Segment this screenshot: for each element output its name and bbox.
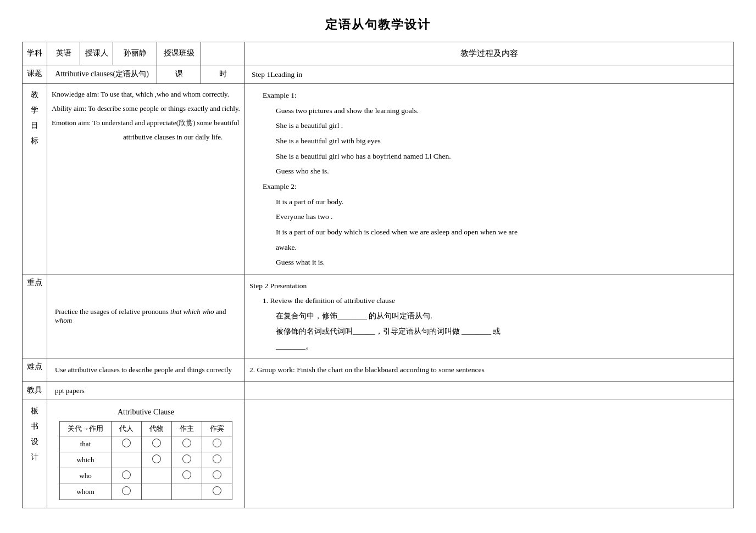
guess-pictures: Guess two pictures and show the learning… — [249, 104, 729, 118]
circle-icon — [213, 486, 221, 495]
review: 1. Review the definition of attributive … — [249, 294, 729, 308]
page-title: 定语从句教学设计 — [22, 16, 734, 33]
it2: It is a part of our body which is closed… — [249, 225, 729, 239]
circle-icon — [122, 486, 131, 495]
aims-content: Knowledge aim: To use that, which ,who a… — [47, 84, 245, 274]
col-zuobin: 作宾 — [202, 421, 232, 436]
topic-value: Attributive clauses(定语从句) — [47, 65, 157, 84]
emotion-aim1: Emotion aim: To understand and appreciat… — [52, 116, 240, 130]
subject-label: 学科 — [23, 42, 47, 65]
board-title: Attributive Clause — [58, 408, 234, 417]
emotion-aim2: attributive clauses in our daily life. — [52, 130, 240, 144]
key-point-right: Step 2 Presentation 1. Review the defini… — [245, 274, 734, 358]
circle-icon — [122, 470, 131, 479]
circle-icon — [152, 439, 161, 447]
whom-dairen — [112, 484, 142, 500]
awake: awake. — [249, 240, 729, 255]
example1: Example 1: — [249, 88, 729, 103]
col-daiwu: 代物 — [142, 421, 172, 436]
class-label: 授课班级 — [157, 42, 201, 65]
teacher-value: 孙丽静 — [113, 42, 157, 65]
word-who: who — [60, 468, 112, 484]
who-dairen — [112, 468, 142, 484]
circle-icon — [182, 455, 191, 463]
which-zuozhu — [172, 452, 202, 468]
circle-icon — [152, 455, 161, 463]
she1: She is a beautiful girl . — [249, 119, 729, 133]
topic-row: 课题 Attributive clauses(定语从句) 课 时 Step 1L… — [23, 65, 734, 84]
teacher-label: 授课人 — [80, 42, 113, 65]
board-content: Attributive Clause 关代→作用 代人 代物 作主 作宾 tha… — [47, 400, 245, 508]
that-daiwu — [142, 436, 172, 452]
lesson-label: 课 — [157, 65, 201, 84]
key-point-content: Practice the usages of relative pronouns… — [47, 274, 245, 358]
equipment-row: 教具 ppt papers — [23, 381, 734, 400]
aims-label: 教 学 目 标 — [23, 84, 47, 274]
board-right — [245, 400, 734, 508]
key-point-label: 重点 — [23, 274, 47, 358]
example2: Example 2: — [249, 179, 729, 194]
row-which: which — [60, 452, 232, 468]
chinese1: 在复合句中，修饰________ 的从句叫定语从句. — [249, 309, 729, 323]
ability-aim: Ability aim: To describe some people or … — [52, 102, 240, 116]
subject-value: 英语 — [47, 42, 80, 65]
board-section: Attributive Clause 关代→作用 代人 代物 作主 作宾 tha… — [52, 403, 240, 504]
class-value — [201, 42, 245, 65]
it1: It is a part of our body. — [249, 195, 729, 209]
circle-icon — [213, 439, 221, 447]
who-daiwu — [142, 468, 172, 484]
step2-heading: Step 2 Presentation — [249, 279, 729, 293]
difficult-content: Use attributive clauses to describe peop… — [47, 358, 245, 382]
difficult-row: 难点 Use attributive clauses to describe p… — [23, 358, 734, 382]
who-zuozhu — [172, 468, 202, 484]
inner-table: 关代→作用 代人 代物 作主 作宾 that which — [59, 421, 232, 500]
equipment-label: 教具 — [23, 381, 47, 400]
she3: She is a beautiful girl who has a boyfri… — [249, 149, 729, 164]
chinese2: 被修饰的名词或代词叫______，引导定语从句的词叫做 ________ 或 — [249, 324, 729, 339]
italic-whom: whom — [55, 316, 72, 324]
that-zuobin — [202, 436, 232, 452]
circle-icon — [213, 455, 221, 463]
equipment-right — [245, 381, 734, 400]
row-whom: whom — [60, 484, 232, 500]
shi-label: 时 — [201, 65, 245, 84]
which-daiwu — [142, 452, 172, 468]
process-label: 教学过程及内容 — [245, 42, 734, 65]
guess-who: Guess who she is. — [249, 164, 729, 178]
circle-icon — [182, 439, 191, 447]
whom-daiwu — [142, 484, 172, 500]
that-zuozhu — [172, 436, 202, 452]
circle-icon — [122, 439, 131, 447]
group-work: 2. Group work: Finish the chart on the b… — [249, 363, 729, 377]
word-which: which — [60, 452, 112, 468]
knowledge-aim: Knowledge aim: To use that, which ,who a… — [52, 87, 240, 102]
that-dairen — [112, 436, 142, 452]
board-label: 板 书 设 计 — [23, 400, 47, 508]
word-that: that — [60, 436, 112, 452]
chinese3: ________。 — [249, 339, 729, 354]
equipment-content: ppt papers — [47, 381, 245, 400]
header-row: 学科 英语 授课人 孙丽静 授课班级 教学过程及内容 — [23, 42, 734, 65]
she2: She is a beautiful girl with big eyes — [249, 134, 729, 148]
col-zuozhu: 作主 — [172, 421, 202, 436]
main-table: 学科 英语 授课人 孙丽静 授课班级 教学过程及内容 课题 Attributiv… — [22, 42, 734, 508]
difficult-right: 2. Group work: Finish the chart on the b… — [245, 358, 734, 382]
which-zuobin — [202, 452, 232, 468]
aims-right: Example 1: Guess two pictures and show t… — [245, 84, 734, 274]
inner-table-header: 关代→作用 代人 代物 作主 作宾 — [60, 421, 232, 436]
circle-icon — [182, 470, 191, 479]
col-guandai: 关代→作用 — [60, 421, 112, 436]
guess-what: Guess what it is. — [249, 255, 729, 270]
difficult-label: 难点 — [23, 358, 47, 382]
step1-heading: Step 1Leading in — [245, 65, 734, 84]
everyone: Everyone has two . — [249, 210, 729, 224]
word-whom: whom — [60, 484, 112, 500]
col-dairen: 代人 — [112, 421, 142, 436]
whom-zuozhu — [172, 484, 202, 500]
who-zuobin — [202, 468, 232, 484]
whom-zuobin — [202, 484, 232, 500]
italic-pronouns: that which who — [170, 307, 214, 316]
circle-icon — [213, 470, 221, 479]
key-point-row: 重点 Practice the usages of relative prono… — [23, 274, 734, 358]
board-row: 板 书 设 计 Attributive Clause 关代→作用 代人 代物 作… — [23, 400, 734, 508]
